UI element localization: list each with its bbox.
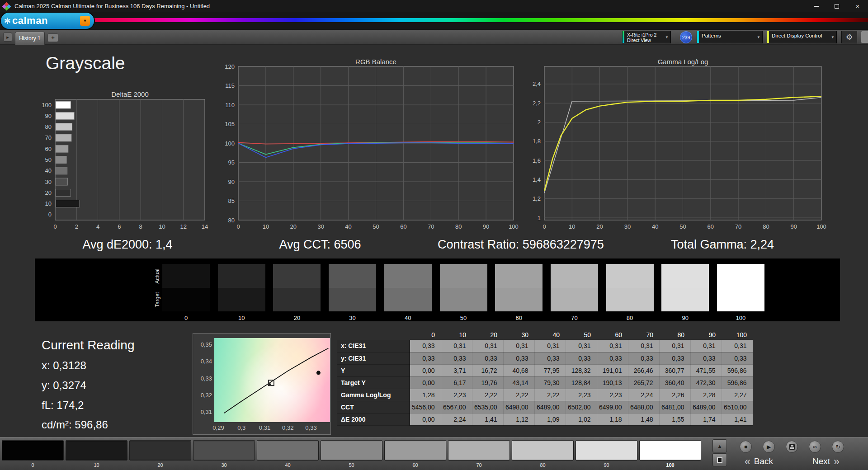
pattern-window-up-button[interactable]: ▲	[712, 439, 727, 452]
add-tab-button[interactable]: +	[47, 33, 58, 42]
pattern-button-label: 10	[66, 462, 127, 468]
pattern-window-button[interactable]	[712, 453, 727, 466]
triangle-up-icon: ▲	[717, 443, 722, 449]
logo-menu-arrow-icon[interactable]: ▼	[80, 16, 90, 26]
axis-tick-label: 115	[225, 82, 235, 89]
stat-avg-de2000: Avg dE2000: 1,4	[30, 238, 225, 252]
axis-tick-label: 100	[42, 102, 52, 108]
table-cell: 0,33	[503, 352, 534, 364]
restore-icon	[835, 4, 839, 9]
swatch-label: 50	[440, 315, 487, 321]
loop-button[interactable]: ↻	[832, 441, 844, 453]
pattern-window-icon	[717, 457, 722, 463]
table-cell: 266,46	[628, 364, 659, 376]
swatch-label: 100	[717, 315, 764, 321]
table-cell: 2,24	[628, 389, 659, 401]
table-cell: 596,86	[722, 376, 753, 389]
history-nav-icon[interactable]: ▸	[3, 33, 12, 42]
table-col-header: 0	[410, 329, 441, 340]
patterns-dropdown[interactable]: Patterns ▼	[697, 31, 763, 43]
swatch-label: 30	[329, 315, 376, 321]
axis-tick-label: 120	[225, 63, 235, 70]
chevron-left-icon: «	[745, 456, 750, 468]
axis-tick-label: 0	[236, 223, 240, 230]
meter-count-badge[interactable]: 239	[680, 31, 692, 43]
app-icon	[3, 3, 10, 10]
deltae-chart: 100908070605040302010002468101214	[32, 89, 212, 229]
rgb-balance-chart: 1201151101051009590858001020304050607080…	[217, 50, 533, 230]
deltae-bar	[56, 134, 71, 141]
meter-dropdown[interactable]: X-Rite i1Pro 2 Direct View ▼	[622, 31, 671, 43]
back-button[interactable]: « Back	[745, 455, 773, 468]
swatch-50	[440, 264, 487, 311]
table-cell: 6489,00	[690, 401, 722, 413]
table-cell: 1,74	[690, 413, 722, 425]
table-row-label: CCT	[337, 401, 410, 413]
axis-tick-label: 80	[763, 223, 769, 230]
restore-button[interactable]	[826, 0, 847, 12]
table-row-label: Target Y	[337, 376, 410, 389]
table-col-header: 30	[503, 329, 534, 340]
window-title: Calman 2025 Calman Ultimate for Business…	[14, 3, 210, 9]
axis-tick-label: 70	[735, 223, 741, 230]
pattern-button-70[interactable]	[448, 440, 510, 461]
table-row: y: CIE310,330,330,330,330,330,330,330,33…	[337, 352, 753, 364]
pattern-button-100[interactable]	[639, 440, 701, 461]
deltae-bar	[56, 167, 67, 174]
meter-mode: Direct View	[627, 38, 670, 43]
minimize-button[interactable]	[806, 0, 826, 12]
axis-tick-label: 80	[228, 217, 235, 224]
axis-tick-label: 8	[139, 223, 142, 230]
play-button[interactable]: ▶	[763, 441, 775, 453]
save-button[interactable]	[786, 441, 798, 453]
table-cell: 1,55	[659, 413, 690, 425]
table-cell: 0,33	[722, 352, 753, 364]
display-control-status-stripe	[767, 31, 769, 43]
pattern-button-0[interactable]	[2, 440, 64, 461]
close-button[interactable]: ×	[847, 0, 868, 12]
pattern-button-60[interactable]	[384, 440, 446, 461]
pattern-button-20[interactable]	[129, 440, 191, 461]
table-row-label: x: CIE31	[337, 340, 410, 352]
save-icon	[789, 444, 795, 450]
axis-tick-label: 2,2	[533, 100, 541, 107]
stat-avg-cct: Avg CCT: 6506	[223, 238, 417, 252]
page-title: Grayscale	[46, 53, 125, 73]
minimize-icon	[814, 6, 819, 7]
pattern-button-80[interactable]	[512, 440, 574, 461]
table-cell: 2,23	[566, 389, 597, 401]
axis-tick-label: 90	[483, 223, 489, 230]
pattern-button-90[interactable]	[576, 440, 637, 461]
pattern-button-40[interactable]	[257, 440, 319, 461]
tab-label: History 1	[19, 35, 40, 42]
table-cell: 79,30	[534, 376, 566, 389]
swatch-label: 40	[384, 315, 432, 321]
axis-tick-label: 10	[159, 223, 165, 230]
settings-gear-button[interactable]: ⚙	[841, 31, 857, 43]
edge-partial-button[interactable]	[861, 31, 868, 43]
pattern-button-50[interactable]	[321, 440, 382, 461]
pattern-button-label: 100	[639, 462, 701, 468]
table-cell: 6499,00	[597, 401, 628, 413]
axis-tick-label: 1,8	[533, 138, 541, 145]
meter-status-stripe	[623, 31, 624, 43]
next-button[interactable]: Next »	[812, 455, 840, 468]
axis-tick-label: 1,4	[533, 176, 541, 183]
chevron-down-icon: ▼	[665, 35, 669, 39]
axis-tick-label: 80	[455, 223, 462, 230]
table-cell: 6498,00	[503, 401, 534, 413]
continuous-measure-button[interactable]: ∞	[809, 441, 821, 453]
pattern-button-30[interactable]	[193, 440, 255, 461]
pattern-button-10[interactable]	[66, 440, 127, 461]
table-cell: 0,31	[659, 340, 690, 352]
calman-logo-button[interactable]: calman ▼	[1, 13, 94, 29]
stop-button[interactable]: ■	[740, 441, 752, 453]
table-cell: 1,18	[597, 413, 628, 425]
axis-tick-label: 0,3	[237, 424, 245, 431]
tab-history-1[interactable]: History 1	[15, 32, 45, 45]
display-control-dropdown[interactable]: Direct Display Control ▼	[767, 31, 837, 43]
deltae-bar	[56, 200, 80, 207]
axis-tick-label: 0	[542, 223, 546, 230]
table-row: ΔE 20000,002,241,411,121,091,021,181,481…	[337, 413, 753, 425]
axis-tick-label: 90	[790, 223, 797, 230]
